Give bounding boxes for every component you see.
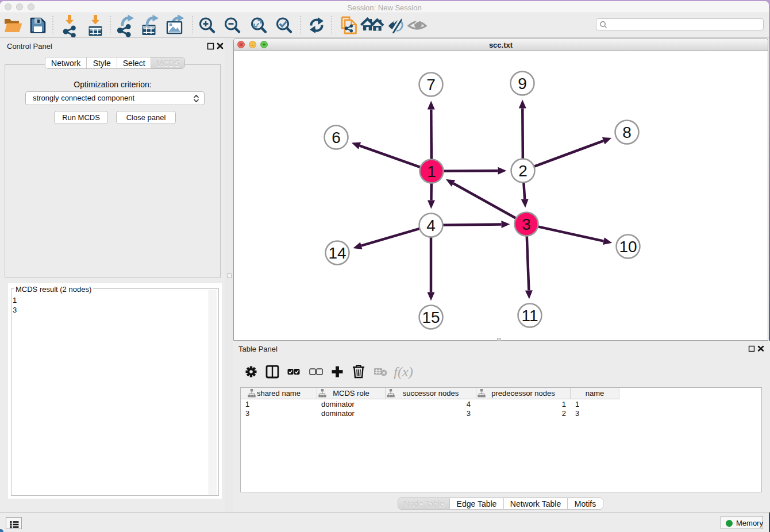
svg-text:2: 2 [518, 161, 528, 179]
svg-text:4: 4 [426, 216, 436, 234]
svg-text:1: 1 [427, 162, 436, 180]
svg-text:3: 3 [522, 215, 531, 233]
svg-text:6: 6 [332, 128, 341, 146]
svg-text:f(x): f(x) [394, 364, 413, 379]
svg-text:10: 10 [619, 237, 637, 255]
svg-text:14: 14 [328, 244, 346, 261]
svg-text:8: 8 [622, 123, 632, 141]
svg-text:15: 15 [422, 308, 440, 326]
svg-text:9: 9 [518, 74, 527, 92]
svg-text:7: 7 [426, 75, 436, 93]
svg-text:11: 11 [521, 306, 538, 324]
